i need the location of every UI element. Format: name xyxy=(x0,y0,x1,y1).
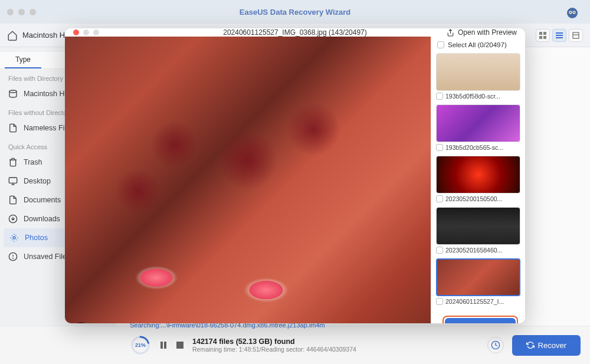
maximize-modal-icon[interactable] xyxy=(93,29,99,35)
minimize-modal-icon[interactable] xyxy=(83,29,89,35)
thumbnail-checkbox[interactable] xyxy=(436,298,443,305)
preview-modal: 20240601125527_IMG_0368.jpg (143/20497) … xyxy=(65,28,525,323)
modal-header: 20240601125527_IMG_0368.jpg (143/20497) … xyxy=(65,28,525,37)
thumbnail-item[interactable]: 202305201658460... xyxy=(436,207,520,254)
thumbnail-image[interactable] xyxy=(436,156,520,194)
thumbnail-item[interactable]: 193b5d0f58d0-scr... xyxy=(436,53,520,100)
modal-recover-button[interactable]: Recover xyxy=(445,318,516,323)
modal-footer: Recover xyxy=(431,310,525,323)
recover-highlight: Recover xyxy=(442,316,518,323)
thumbnail-item[interactable]: 20240601125527_I... xyxy=(436,258,520,305)
preview-image xyxy=(65,37,431,323)
thumbnail-item[interactable]: 202305200150500... xyxy=(436,156,520,202)
close-modal-icon[interactable] xyxy=(73,29,79,35)
select-all-row[interactable]: Select All (0/20497) xyxy=(431,37,525,53)
open-with-preview-button[interactable]: Open with Preview xyxy=(447,28,517,37)
thumbnail-caption: 20240601125527_I... xyxy=(445,298,520,305)
thumbnail-checkbox[interactable] xyxy=(436,93,443,100)
thumbnail-caption: 193b5d0f58d0-scr... xyxy=(445,93,520,100)
thumbnail-checkbox[interactable] xyxy=(436,247,443,254)
thumbnail-pane: Select All (0/20497) 193b5d0f58d0-scr...… xyxy=(431,37,525,323)
thumbnail-checkbox[interactable] xyxy=(436,144,443,151)
thumbnail-checkbox[interactable] xyxy=(436,195,443,202)
select-all-checkbox[interactable] xyxy=(437,41,444,48)
thumbnail-caption: 193b5d20cb565-sc... xyxy=(445,144,520,151)
thumbnail-image[interactable] xyxy=(436,207,520,245)
thumbnail-list[interactable]: 193b5d0f58d0-scr... 193b5d20cb565-sc... … xyxy=(431,53,525,310)
select-all-label: Select All (0/20497) xyxy=(448,41,507,48)
modal-body: Select All (0/20497) 193b5d0f58d0-scr...… xyxy=(65,37,525,323)
preview-pane xyxy=(65,37,431,323)
thumbnail-caption: 202305200150500... xyxy=(445,195,520,202)
thumbnail-image[interactable] xyxy=(436,53,520,91)
share-icon xyxy=(447,29,454,37)
thumbnail-image[interactable] xyxy=(436,104,520,142)
open-preview-label: Open with Preview xyxy=(458,28,517,37)
thumbnail-item[interactable]: 193b5d20cb565-sc... xyxy=(436,104,520,151)
preview-modal-backdrop: 20240601125527_IMG_0368.jpg (143/20497) … xyxy=(0,0,590,364)
modal-window-controls[interactable] xyxy=(73,29,99,35)
thumbnail-image-selected[interactable] xyxy=(436,258,520,296)
modal-title: 20240601125527_IMG_0368.jpg (143/20497) xyxy=(223,28,367,37)
thumbnail-caption: 202305201658460... xyxy=(445,247,520,254)
